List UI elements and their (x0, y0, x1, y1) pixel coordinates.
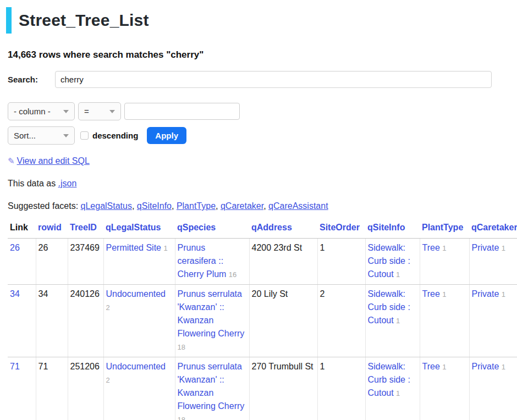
table-header-row: LinkrowidTreeIDqLegalStatusqSpeciesqAddr… (8, 219, 517, 239)
site_info-value-link[interactable]: Sidewalk: Curb side : Cutout (368, 243, 410, 279)
address-value: 20 Lily St (252, 289, 288, 299)
apply-button[interactable]: Apply (147, 127, 186, 144)
facet-count: 1 (442, 290, 446, 299)
filter-operator-select[interactable]: = (78, 102, 121, 120)
sql-row: ✎View and edit SQL (8, 156, 517, 166)
cell-rowid: 34 (36, 285, 68, 357)
column-sort-link-address[interactable]: qAddress (251, 223, 292, 232)
site_info-value-link[interactable]: Sidewalk: Curb side : Cutout (368, 362, 410, 397)
rowid-value: 71 (38, 362, 48, 371)
caretaker-value-link[interactable]: Private (472, 289, 499, 299)
column-header-site_order: SiteOrder (317, 219, 365, 239)
facet-count: 2 (106, 303, 110, 312)
row-count-summary: 14,663 rows where search matches "cherry… (8, 49, 517, 60)
descending-label: descending (92, 131, 138, 140)
legal_status-value-link[interactable]: Undocumented (106, 289, 166, 299)
filter-column-select[interactable]: - column - (8, 102, 75, 120)
column-sort-link-legal_status[interactable]: qLegalStatus (106, 223, 161, 232)
site_order-value: 1 (320, 243, 325, 252)
column-header-species: qSpecies (175, 219, 249, 239)
descending-checkbox[interactable] (80, 131, 89, 140)
facet-count: 1 (442, 363, 446, 371)
sort-row: Sort... descending Apply (8, 126, 517, 145)
facet-links: qLegalStatus, qSiteInfo, PlantType, qCar… (81, 201, 328, 211)
cell-site_info: Sidewalk: Curb side : Cutout 1 (365, 357, 420, 420)
cell-caretaker: Private 1 (469, 239, 517, 285)
pencil-icon: ✎ (8, 156, 15, 165)
page: Street_Tree_List 14,663 rows where searc… (0, 0, 517, 420)
cell-link: 34 (8, 285, 36, 357)
facet-link-PlantType[interactable]: PlantType (177, 201, 216, 211)
column-sort-link-site_info[interactable]: qSiteInfo (367, 223, 405, 232)
species-value-link[interactable]: Prunus serrulata 'Kwanzan' :: Kwanzan Fl… (178, 289, 245, 338)
cell-site_info: Sidewalk: Curb side : Cutout 1 (365, 285, 420, 357)
column-header-caretaker: qCaretaker (469, 219, 517, 239)
data-as-row: This data as .json (8, 178, 517, 189)
cell-site_info: Sidewalk: Curb side : Cutout 1 (365, 239, 420, 285)
cell-address: 20 Lily St (249, 285, 317, 357)
species-value-link[interactable]: Prunus serrulata 'Kwanzan' :: Kwanzan Fl… (178, 362, 245, 411)
column-sort-link-caretaker[interactable]: qCaretaker (471, 223, 517, 232)
rowid-value: 34 (38, 289, 48, 299)
data-as-label: This data as (8, 179, 56, 188)
column-header-rowid: rowid (36, 219, 68, 239)
legal_status-value-link[interactable]: Permitted Site (106, 243, 161, 252)
rowid-value: 26 (38, 243, 48, 252)
column-sort-link-tree_id[interactable]: TreeID (70, 223, 97, 232)
cell-caretaker: Private 1 (469, 357, 517, 420)
tree_id-value: 237469 (70, 243, 100, 252)
site_info-value-link[interactable]: Sidewalk: Curb side : Cutout (368, 289, 410, 325)
cell-species: Prunus serrulata 'Kwanzan' :: Kwanzan Fl… (175, 357, 249, 420)
plant_type-value-link[interactable]: Tree (422, 289, 440, 299)
caretaker-value-link[interactable]: Private (472, 362, 499, 371)
cell-species: Prunus serrulata 'Kwanzan' :: Kwanzan Fl… (175, 285, 249, 357)
search-row: Search: (8, 71, 517, 88)
cell-caretaker: Private 1 (469, 285, 517, 357)
filter-value-input[interactable] (124, 103, 240, 120)
facet-count: 1 (442, 244, 446, 252)
facet-link-qLegalStatus[interactable]: qLegalStatus (81, 201, 132, 211)
row-link[interactable]: 71 (10, 362, 20, 371)
column-sort-link-species[interactable]: qSpecies (177, 223, 216, 232)
cell-site_order: 1 (317, 239, 365, 285)
species-value-link[interactable]: Prunus cerasifera :: Cherry Plum (178, 243, 227, 279)
plant_type-value-link[interactable]: Tree (422, 362, 440, 371)
table-row: 7171251206Undocumented 2Prunus serrulata… (8, 357, 517, 420)
facet-link-qCareAssistant[interactable]: qCareAssistant (268, 201, 328, 211)
facet-count: 18 (178, 416, 185, 420)
view-edit-sql-link[interactable]: View and edit SQL (17, 156, 90, 165)
facet-link-qSiteInfo[interactable]: qSiteInfo (137, 201, 172, 211)
cell-plant_type: Tree 1 (420, 285, 469, 357)
page-title: Street_Tree_List (19, 7, 149, 34)
cell-plant_type: Tree 1 (420, 357, 469, 420)
accent-bar (6, 7, 12, 34)
cell-link: 26 (8, 239, 36, 285)
cell-legal_status: Undocumented 2 (103, 357, 175, 420)
cell-legal_status: Undocumented 2 (103, 285, 175, 357)
legal_status-value-link[interactable]: Undocumented (106, 362, 166, 371)
search-input[interactable] (55, 71, 492, 88)
column-header-site_info: qSiteInfo (365, 219, 420, 239)
facet-link-qCaretaker[interactable]: qCaretaker (221, 201, 263, 211)
column-sort-link-plant_type[interactable]: PlantType (422, 223, 463, 232)
facet-count: 18 (178, 343, 185, 351)
row-link[interactable]: 34 (10, 289, 20, 299)
cell-tree_id: 237469 (68, 239, 103, 285)
caretaker-value-link[interactable]: Private (472, 243, 499, 252)
table-wrap: LinkrowidTreeIDqLegalStatusqSpeciesqAddr… (8, 219, 517, 420)
plant_type-value-link[interactable]: Tree (422, 243, 440, 252)
row-link[interactable]: 26 (10, 243, 20, 252)
cell-site_order: 2 (317, 285, 365, 357)
sort-select[interactable]: Sort... (8, 126, 75, 145)
search-label: Search: (8, 75, 55, 84)
tree_id-value: 240126 (70, 289, 100, 299)
column-header-legal_status: qLegalStatus (103, 219, 175, 239)
column-label-link: Link (10, 223, 28, 232)
cell-address: 4200 23rd St (249, 239, 317, 285)
facet-count: 1 (502, 290, 505, 299)
facet-count: 2 (106, 376, 110, 384)
column-sort-link-site_order[interactable]: SiteOrder (320, 223, 360, 232)
column-sort-link-rowid[interactable]: rowid (38, 223, 62, 232)
json-link[interactable]: .json (58, 179, 77, 188)
column-header-tree_id: TreeID (68, 219, 103, 239)
